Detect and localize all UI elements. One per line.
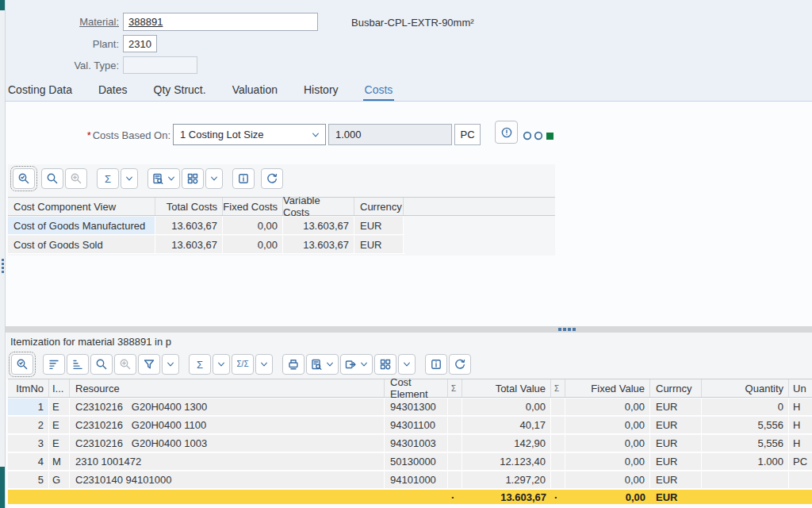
graphic-button[interactable] — [449, 354, 471, 375]
cell-sigma[interactable] — [551, 417, 565, 433]
find-button[interactable] — [41, 168, 63, 189]
layout-menu-button[interactable] — [398, 354, 416, 375]
splitter-drag-handle-icon[interactable] — [558, 328, 576, 331]
costing-status-button[interactable] — [495, 121, 518, 144]
col-variable-costs[interactable]: Variable Costs — [283, 198, 354, 215]
cell-category[interactable]: G — [49, 471, 70, 488]
costing-lot-size-field[interactable]: 1.000 — [328, 124, 452, 145]
cell-quantity[interactable]: 0 — [702, 398, 789, 415]
cell-currency[interactable]: EUR — [650, 435, 702, 452]
tab-costing-data[interactable]: Costing Data — [6, 81, 74, 101]
cell-total-value[interactable]: 1.297,20 — [462, 471, 551, 488]
cell-view[interactable]: Cost of Goods Sold — [8, 236, 155, 253]
col-fixed-value[interactable]: Fixed Value — [565, 379, 650, 397]
filter-button[interactable] — [138, 354, 160, 375]
cell-fixed[interactable]: 0,00 — [223, 236, 283, 253]
cell-currency[interactable]: EUR — [650, 471, 702, 488]
cell-total-value[interactable]: 0,00 — [462, 398, 551, 415]
cell-itmno[interactable]: 3 — [8, 435, 49, 452]
cell-unit[interactable] — [789, 471, 812, 488]
costs-based-on-dropdown[interactable]: 1 Costing Lot Size — [173, 124, 326, 145]
material-label[interactable]: Material: — [32, 16, 119, 28]
cell-category[interactable]: E — [49, 435, 70, 452]
cell-sigma[interactable] — [448, 417, 462, 433]
cell-category[interactable]: E — [49, 398, 70, 415]
val-type-input[interactable] — [123, 56, 197, 74]
cell-resource[interactable]: C2310216 G20H0400 1300 — [70, 398, 385, 415]
find-next-button[interactable] — [65, 168, 87, 189]
cell-quantity[interactable]: 1.000 — [702, 453, 789, 470]
sort-ascending-button[interactable] — [43, 354, 65, 375]
sort-descending-button[interactable] — [67, 354, 89, 375]
export-button[interactable] — [340, 354, 373, 375]
cell-fixed-value[interactable]: 0,00 — [565, 453, 650, 470]
cell-cost-element[interactable]: 50130000 — [385, 453, 448, 470]
cell-itmno[interactable]: 4 — [8, 453, 49, 470]
cell-total[interactable]: 13.603,67 — [155, 236, 223, 253]
unit-field[interactable]: PC — [454, 124, 481, 145]
cell-sigma[interactable] — [551, 471, 565, 488]
cell-currency[interactable]: EUR — [650, 417, 702, 433]
views-button[interactable] — [147, 168, 180, 189]
col-fixed-costs[interactable]: Fixed Costs — [223, 198, 283, 215]
sum-button[interactable]: Σ — [97, 168, 119, 189]
cell-quantity[interactable] — [702, 471, 789, 488]
col-cost-element[interactable]: Cost Element — [385, 379, 448, 397]
find-button[interactable] — [90, 354, 113, 375]
cell-category[interactable]: M — [49, 453, 70, 470]
cell-total-value[interactable]: 142,90 — [462, 435, 551, 452]
cell-quantity[interactable]: 5,556 — [702, 417, 789, 433]
col-quantity[interactable]: Quantity — [702, 379, 789, 397]
col-unit[interactable]: Un — [789, 379, 812, 397]
cell-cost-element[interactable]: 94101000 — [385, 471, 448, 488]
plant-input[interactable]: 2310 — [123, 35, 157, 52]
cell-variable[interactable]: 13.603,67 — [283, 236, 354, 253]
cell-currency[interactable]: EUR — [354, 217, 404, 234]
cell-sigma[interactable] — [551, 453, 565, 470]
cell-view[interactable]: Cost of Goods Manufactured — [8, 217, 155, 234]
tab-qty-struct[interactable]: Qty Struct. — [152, 81, 208, 101]
vertical-splitter-strip[interactable] — [0, 0, 6, 508]
cell-category[interactable]: E — [49, 417, 70, 433]
material-input[interactable]: 388891 — [123, 13, 318, 31]
col-total-costs[interactable]: Total Costs — [155, 198, 223, 215]
cell-total-value[interactable]: 40,17 — [462, 417, 551, 433]
tab-valuation[interactable]: Valuation — [231, 81, 279, 101]
cell-sigma[interactable] — [448, 453, 462, 470]
sum-menu-button[interactable] — [213, 354, 230, 375]
cell-cost-element[interactable]: 94301300 — [385, 398, 448, 415]
cell-sigma[interactable] — [551, 398, 565, 415]
col-resource[interactable]: Resource — [70, 379, 385, 397]
cell-sigma[interactable] — [448, 435, 462, 452]
cell-resource[interactable]: C2310216 G20H0400 1100 — [70, 417, 385, 433]
cell-sigma[interactable] — [551, 435, 565, 452]
find-next-button[interactable] — [114, 354, 136, 375]
cell-resource[interactable]: C2310140 94101000 — [70, 471, 385, 488]
info-button[interactable] — [425, 354, 447, 375]
cell-cost-element[interactable]: 94301003 — [385, 435, 448, 452]
cell-unit[interactable]: H — [789, 417, 812, 433]
subtotals-button[interactable]: Σ/Σ — [232, 354, 254, 375]
cell-resource[interactable]: 2310 1001472 — [70, 453, 385, 470]
cell-variable[interactable]: 13.603,67 — [283, 217, 354, 234]
cell-unit[interactable]: H — [789, 398, 812, 415]
cell-currency[interactable]: EUR — [354, 236, 404, 253]
details-button[interactable] — [13, 168, 35, 189]
details-button[interactable] — [11, 354, 33, 375]
splitter-drag-handle-icon[interactable] — [2, 259, 4, 273]
cell-total[interactable]: 13.603,67 — [155, 217, 223, 234]
cell-quantity[interactable]: 5,556 — [702, 435, 789, 452]
subtotals-menu-button[interactable] — [255, 354, 273, 375]
cell-fixed-value[interactable]: 0,00 — [565, 435, 650, 452]
sum-menu-button[interactable] — [121, 168, 138, 189]
horizontal-splitter[interactable] — [0, 326, 812, 333]
cell-itmno[interactable]: 5 — [8, 471, 49, 488]
info-button[interactable] — [232, 168, 255, 189]
layout-button[interactable] — [374, 354, 396, 375]
tab-costs[interactable]: Costs — [363, 81, 395, 101]
cell-fixed-value[interactable]: 0,00 — [565, 417, 650, 433]
col-cost-component-view[interactable]: Cost Component View — [8, 198, 155, 215]
tab-history[interactable]: History — [302, 81, 340, 101]
cell-cost-element[interactable]: 94301100 — [385, 417, 448, 433]
cell-currency[interactable]: EUR — [650, 453, 702, 470]
